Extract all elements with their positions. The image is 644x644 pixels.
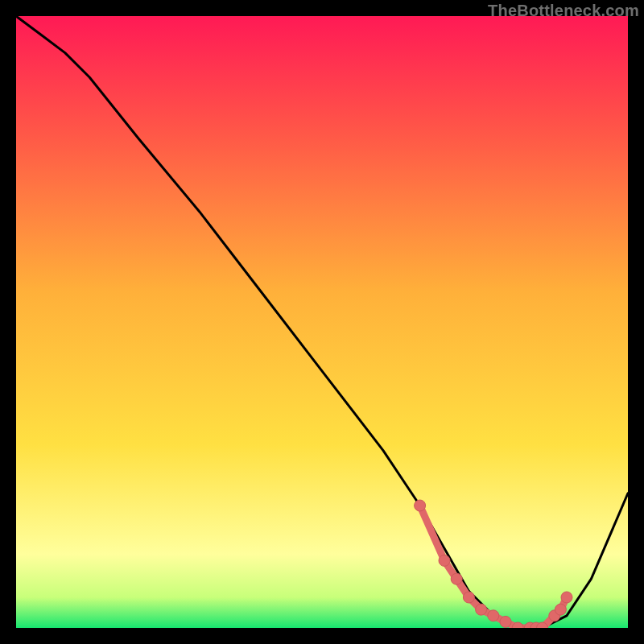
marker-dot (488, 610, 499, 621)
marker-dot (561, 592, 572, 603)
marker-dot (555, 604, 566, 615)
marker-dot (500, 616, 511, 627)
chart-svg (16, 16, 628, 628)
gradient-bg (16, 16, 628, 628)
marker-dot (415, 500, 426, 511)
marker-dot (476, 604, 487, 615)
marker-dot (463, 592, 474, 603)
plot-area (16, 16, 628, 628)
marker-dot (451, 573, 462, 584)
chart-frame: TheBottleneck.com (0, 0, 644, 644)
watermark: TheBottleneck.com (488, 2, 639, 20)
marker-dot (439, 555, 450, 566)
